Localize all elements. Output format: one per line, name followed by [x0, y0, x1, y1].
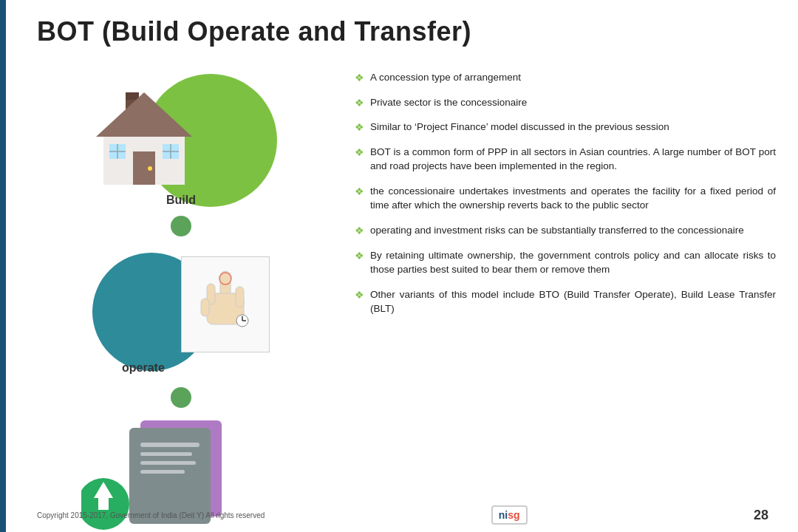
footer: Copyright 2015-2017, Government of India…: [37, 505, 768, 525]
svg-rect-26: [140, 470, 185, 474]
house-icon: [85, 74, 203, 185]
bullet-diamond-5: ❖: [355, 185, 364, 198]
bullet-diamond-1: ❖: [355, 72, 364, 84]
slide: BOT (Build Operate and Transfer): [0, 0, 798, 532]
bullet-item-3: ❖ Similar to ‘Project Finance’ model dis…: [355, 120, 776, 134]
svg-rect-25: [140, 461, 196, 465]
left-column: Build: [22, 66, 340, 532]
bullet-diamond-2: ❖: [355, 97, 364, 109]
bullet-diamond-4: ❖: [355, 146, 364, 159]
bullet-text-5: the concessionaire undertakes investment…: [370, 184, 776, 213]
logo-box: nisg: [491, 505, 528, 525]
right-column: ❖ A concession type of arrangement ❖ Pri…: [355, 70, 776, 327]
svg-rect-24: [140, 452, 192, 456]
bullet-diamond-3: ❖: [355, 121, 364, 134]
hand-icon: [200, 267, 251, 341]
bullet-item-6: ❖ operating and investment risks can be …: [355, 223, 776, 238]
bullet-item-7: ❖ By retaining ultimate ownership, the g…: [355, 248, 776, 277]
slide-title: BOT (Build Operate and Transfer): [37, 16, 768, 47]
svg-rect-23: [140, 443, 200, 447]
svg-rect-1: [126, 92, 139, 100]
touch-box: [181, 256, 270, 352]
accent-bar: [0, 0, 6, 532]
bullet-text-3: Similar to ‘Project Finance’ model discu…: [370, 120, 669, 134]
bullet-item-1: ❖ A concession type of arrangement: [355, 70, 776, 85]
bullet-diamond-7: ❖: [355, 250, 364, 262]
title-area: BOT (Build Operate and Transfer): [37, 16, 768, 47]
footer-copyright: Copyright 2015-2017, Government of India…: [37, 511, 265, 519]
footer-logo: nisg: [491, 505, 528, 525]
bullet-item-8: ❖ Other variants of this model include B…: [355, 287, 776, 316]
bullet-item-2: ❖ Private sector is the concessionaire: [355, 95, 776, 110]
bullet-text-7: By retaining ultimate ownership, the gov…: [370, 248, 776, 277]
connector-dot-1: [171, 216, 191, 236]
connector-dot-2: [171, 387, 191, 408]
build-container: Build: [70, 66, 292, 214]
svg-point-5: [148, 166, 152, 171]
svg-rect-15: [236, 287, 244, 307]
bullet-item-5: ❖ the concessionaire undertakes investme…: [355, 184, 776, 213]
logo-text: nisg: [499, 509, 520, 521]
bullet-text-8: Other variants of this model include BTO…: [370, 287, 776, 316]
operate-container: operate: [70, 238, 292, 386]
bullet-text-2: Private sector is the concessionaire: [370, 95, 527, 110]
bullet-text-6: operating and investment risks can be su…: [370, 223, 744, 238]
bullet-text-4: BOT is a common form of PPP in all secto…: [370, 145, 776, 174]
bullet-text-1: A concession type of arrangement: [370, 70, 521, 85]
svg-marker-2: [96, 92, 192, 137]
svg-rect-16: [201, 299, 209, 316]
build-label: Build: [166, 194, 196, 207]
bullet-diamond-6: ❖: [355, 225, 364, 237]
bullet-item-4: ❖ BOT is a common form of PPP in all sec…: [355, 145, 776, 174]
operate-label: operate: [122, 361, 165, 375]
bullet-diamond-8: ❖: [355, 289, 364, 301]
page-number: 28: [754, 508, 768, 523]
